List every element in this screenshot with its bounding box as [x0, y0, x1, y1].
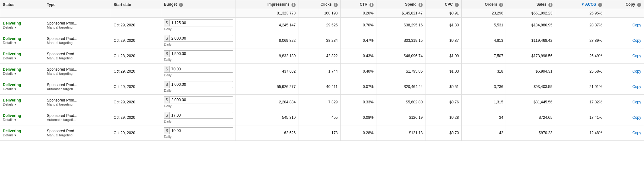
copy-button[interactable]: Copy — [632, 85, 641, 89]
targeting-label: Manual targeting — [47, 41, 108, 45]
cpc-header-label: CPC — [445, 2, 453, 7]
impressions-info-icon[interactable]: i — [291, 3, 296, 7]
budget-input-row: $ — [164, 96, 233, 103]
budget-input[interactable] — [170, 97, 198, 103]
delivering-label: Delivering — [3, 113, 42, 118]
acos-header-label: ACOS — [585, 2, 596, 7]
spend-cell-6: $126.19 — [376, 110, 425, 125]
orders-cell-3: 318 — [462, 64, 506, 79]
copy-button[interactable]: Copy — [632, 38, 641, 43]
sales-header-label: Sales — [536, 2, 546, 7]
type-cell-6: Sponsored Prod... Automatic targeti... — [44, 110, 111, 125]
table-row: Delivering Details ▾ Sponsored Prod... A… — [0, 79, 644, 95]
cpc-info-icon[interactable]: i — [455, 3, 459, 7]
budget-input[interactable] — [170, 112, 198, 118]
orders-cell-0: 5,531 — [462, 18, 506, 33]
copy-info-icon[interactable]: i — [637, 3, 641, 7]
summary-impressions: 81,323,778 — [236, 9, 298, 18]
details-link[interactable]: Details ▾ — [3, 118, 42, 122]
acos-info-icon[interactable]: i — [598, 3, 602, 7]
type-cell-2: Sponsored Prod... Manual targeting — [44, 48, 111, 64]
spend-header-label: Spend — [405, 2, 417, 7]
copy-cell-0: Copy — [605, 18, 644, 33]
copy-button[interactable]: Copy — [632, 100, 641, 104]
budget-input[interactable] — [170, 35, 198, 41]
type-label: Sponsored Prod... — [47, 67, 108, 72]
copy-cell-7: Copy — [605, 125, 644, 141]
sales-info-icon[interactable]: i — [548, 3, 552, 7]
details-link[interactable]: Details ▾ — [3, 72, 42, 76]
cpc-cell-2: $1.09 — [425, 48, 462, 64]
budget-input[interactable] — [170, 51, 198, 57]
clicks-cell-6: 455 — [298, 110, 341, 125]
summary-type-cell — [44, 9, 111, 18]
budget-cell-5: $ Daily — [161, 95, 236, 110]
details-link[interactable]: Details ▾ — [3, 56, 42, 60]
orders-info-icon[interactable]: i — [499, 3, 503, 7]
cpc-cell-3: $1.03 — [425, 64, 462, 79]
ctr-cell-1: 0.47% — [341, 33, 376, 48]
type-label: Sponsored Prod... — [47, 129, 108, 133]
copy-button[interactable]: Copy — [632, 131, 641, 135]
type-cell-4: Sponsored Prod... Automatic targeti... — [44, 79, 111, 95]
type-cell-7: Sponsored Prod... Manual targeting — [44, 125, 111, 141]
clicks-cell-3: 1,744 — [298, 64, 341, 79]
type-label: Sponsored Prod... — [47, 21, 108, 25]
acos-sort-icon: ▼ — [581, 2, 585, 7]
summary-spend: $145,821.47 — [376, 9, 425, 18]
budget-input[interactable] — [170, 20, 198, 26]
status-cell-1: Delivering Details ▾ — [0, 33, 44, 48]
summary-budget-cell — [161, 9, 236, 18]
status-cell-5: Delivering Details ▾ — [0, 95, 44, 110]
spend-cell-1: $33,319.15 — [376, 33, 425, 48]
acos-cell-1: 27.89% — [555, 33, 605, 48]
copy-button[interactable]: Copy — [632, 115, 641, 120]
clicks-info-icon[interactable]: i — [334, 3, 338, 7]
budget-input[interactable] — [170, 128, 198, 134]
daily-label: Daily — [164, 42, 233, 46]
budget-header-label: Budget — [164, 2, 177, 7]
sales-cell-0: $134,986.95 — [506, 18, 555, 33]
copy-button[interactable]: Copy — [632, 23, 641, 27]
budget-cell-0: $ Daily — [161, 18, 236, 33]
ctr-info-icon[interactable]: i — [369, 3, 374, 7]
details-link[interactable]: Details ▾ — [3, 25, 42, 30]
spend-info-icon[interactable]: i — [419, 3, 423, 7]
budget-info-icon[interactable]: i — [179, 3, 183, 7]
date-cell-0: Oct 29, 2020 — [111, 18, 161, 33]
daily-label: Daily — [164, 58, 233, 62]
ctr-cell-2: 0.43% — [341, 48, 376, 64]
table-row: Delivering Details ▾ Sponsored Prod... M… — [0, 125, 644, 141]
copy-button[interactable]: Copy — [632, 69, 641, 74]
status-cell-0: Delivering Details ▾ — [0, 18, 44, 33]
date-cell-1: Oct 29, 2020 — [111, 33, 161, 48]
col-sales: Sales i — [506, 0, 555, 9]
details-link[interactable]: Details ▾ — [3, 41, 42, 45]
details-link[interactable]: Details ▾ — [3, 87, 42, 91]
dollar-sign: $ — [164, 128, 170, 134]
status-cell-7: Delivering Details ▾ — [0, 125, 44, 141]
dollar-sign: $ — [164, 97, 170, 103]
acos-cell-6: 17.41% — [555, 110, 605, 125]
ctr-cell-3: 0.40% — [341, 64, 376, 79]
type-label: Sponsored Prod... — [47, 83, 108, 87]
summary-orders: 23,296 — [462, 9, 506, 18]
ctr-header-label: CTR — [360, 2, 368, 7]
details-link[interactable]: Details ▾ — [3, 133, 42, 137]
impressions-cell-0: 4,245,147 — [236, 18, 298, 33]
budget-input[interactable] — [170, 66, 198, 72]
details-link[interactable]: Details ▾ — [3, 102, 42, 107]
targeting-label: Manual targeting — [47, 102, 108, 106]
summary-clicks: 160,193 — [298, 9, 341, 18]
copy-button[interactable]: Copy — [632, 54, 641, 58]
col-copy: Copy i — [605, 0, 644, 9]
budget-cell-1: $ Daily — [161, 33, 236, 48]
col-orders: Orders i — [462, 0, 506, 9]
orders-cell-1: 4,813 — [462, 33, 506, 48]
table-row: Delivering Details ▾ Sponsored Prod... A… — [0, 110, 644, 125]
budget-input[interactable] — [170, 81, 198, 88]
campaigns-table: Status Type Start date Budget i Impressi… — [0, 0, 644, 141]
status-cell-6: Delivering Details ▾ — [0, 110, 44, 125]
orders-cell-6: 34 — [462, 110, 506, 125]
copy-header-label: Copy — [626, 2, 635, 7]
